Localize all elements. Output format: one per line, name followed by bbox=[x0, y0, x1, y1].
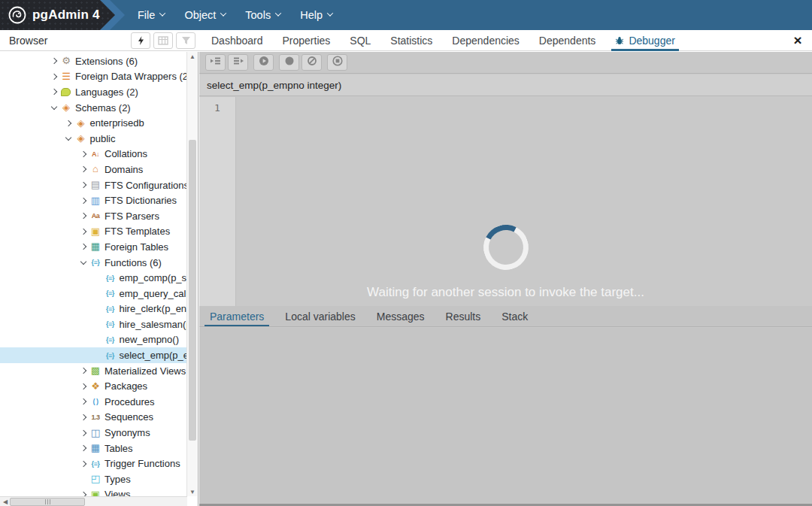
tab-messages[interactable]: Messages bbox=[366, 306, 435, 326]
chevron-down-icon bbox=[220, 10, 226, 16]
schemas-icon: ◈ bbox=[59, 102, 73, 113]
expander-closed-icon[interactable] bbox=[77, 415, 89, 420]
tree-item-fts-parsers[interactable]: AaFTS Parsers bbox=[0, 208, 187, 224]
tab-parameters[interactable]: Parameters bbox=[199, 306, 274, 326]
tab-label: Statistics bbox=[390, 35, 432, 47]
scroll-down-icon[interactable]: ▼ bbox=[187, 487, 198, 496]
tree-item-new-empno[interactable]: {≡}new_empno() bbox=[0, 332, 187, 348]
expander-closed-icon[interactable] bbox=[77, 431, 89, 435]
vertical-scroll-thumb[interactable] bbox=[189, 140, 196, 441]
expander-closed-icon[interactable] bbox=[48, 89, 59, 94]
tree-item-hire-clerk-p-enar[interactable]: {≡}hire_clerk(p_enar bbox=[0, 301, 187, 317]
step-into-button[interactable] bbox=[205, 54, 226, 71]
menu-label: Help bbox=[300, 9, 323, 21]
browser-toolbar bbox=[131, 32, 195, 49]
tree-item-synonyms[interactable]: ◫Synonyms bbox=[0, 425, 187, 441]
tab-stack[interactable]: Stack bbox=[491, 306, 538, 326]
expander-closed-icon[interactable] bbox=[48, 74, 59, 79]
tab-results[interactable]: Results bbox=[435, 306, 492, 326]
tree-item-hire-salesman-p[interactable]: {≡}hire_salesman(p_ bbox=[0, 317, 187, 332]
tab-local-variables[interactable]: Local variables bbox=[274, 306, 365, 326]
tree-item-schemas-2[interactable]: ◈Schemas (2) bbox=[0, 100, 187, 116]
scroll-left-icon[interactable]: ◀ bbox=[1, 498, 10, 506]
functions-icon: {≡} bbox=[89, 257, 102, 268]
expander-closed-icon[interactable] bbox=[77, 183, 89, 187]
tree-item-sequences[interactable]: 1.3Sequences bbox=[0, 410, 187, 426]
tree-item-procedures[interactable]: ( )Procedures bbox=[0, 394, 187, 410]
tree-item-trigger-functions[interactable]: {≡}Trigger Functions bbox=[0, 456, 187, 471]
tab-sql[interactable]: SQL bbox=[340, 30, 380, 51]
expander-closed-icon[interactable] bbox=[77, 399, 89, 404]
expander-open-icon[interactable] bbox=[77, 262, 89, 264]
tree-item-views[interactable]: ▣Views bbox=[0, 487, 187, 496]
expander-closed-icon[interactable] bbox=[77, 198, 89, 203]
view-data-button[interactable] bbox=[153, 32, 173, 49]
menu-tools[interactable]: Tools bbox=[235, 0, 290, 30]
tree-item-extensions-6[interactable]: ⚙Extensions (6) bbox=[0, 53, 187, 69]
tree-item-packages[interactable]: ❖Packages bbox=[0, 378, 187, 394]
step-over-button[interactable] bbox=[228, 54, 248, 71]
tree-item-label: emp_comp(p_sa bbox=[120, 272, 188, 283]
tree-item-fts-configurations[interactable]: ▤FTS Configurations bbox=[0, 177, 187, 193]
horizontal-scroll-thumb[interactable] bbox=[10, 498, 85, 506]
tab-label: Dependents bbox=[539, 35, 596, 47]
menu-object[interactable]: Object bbox=[174, 0, 235, 30]
tree-item-collations[interactable]: A↓Collations bbox=[0, 147, 187, 162]
tree-vertical-scrollbar[interactable]: ▲ ▼ bbox=[186, 52, 197, 496]
sequence-icon: 1.3 bbox=[89, 412, 102, 423]
tree-item-domains[interactable]: ⌂Domains bbox=[0, 162, 187, 177]
expander-open-icon[interactable] bbox=[48, 107, 59, 109]
expander-closed-icon[interactable] bbox=[77, 384, 89, 389]
expander-closed-icon[interactable] bbox=[77, 167, 89, 171]
expander-closed-icon[interactable] bbox=[77, 446, 89, 450]
continue-button[interactable] bbox=[253, 54, 274, 71]
expander-closed-icon[interactable] bbox=[77, 368, 89, 373]
expander-closed-icon[interactable] bbox=[77, 152, 89, 156]
tree-item-emp-comp-p-sa[interactable]: {≡}emp_comp(p_sa bbox=[0, 270, 187, 286]
tree-item-select-emp-p-en[interactable]: {≡}select_emp(p_en bbox=[0, 347, 187, 363]
expander-closed-icon[interactable] bbox=[77, 214, 89, 218]
tree-item-tables[interactable]: ▦Tables bbox=[0, 441, 187, 456]
tree-item-languages-2[interactable]: Languages (2) bbox=[0, 84, 187, 100]
expander-closed-icon[interactable] bbox=[63, 121, 74, 126]
tab-dependencies[interactable]: Dependencies bbox=[442, 30, 529, 51]
tab-statistics[interactable]: Statistics bbox=[380, 30, 442, 51]
query-tool-button[interactable] bbox=[131, 32, 150, 49]
tree-item-label: Procedures bbox=[105, 396, 154, 408]
tab-dependents[interactable]: Dependents bbox=[529, 30, 606, 51]
tab-dashboard[interactable]: Dashboard bbox=[201, 30, 273, 51]
tree-item-fts-dictionaries[interactable]: ▥FTS Dictionaries bbox=[0, 192, 187, 208]
tree-horizontal-scrollbar[interactable]: ◀ bbox=[0, 496, 187, 506]
expander-open-icon[interactable] bbox=[63, 138, 74, 140]
filter-button[interactable] bbox=[176, 32, 195, 49]
close-icon[interactable]: × bbox=[789, 30, 806, 51]
tree-item-foreign-tables[interactable]: ▦Foreign Tables bbox=[0, 239, 187, 255]
expander-closed-icon[interactable] bbox=[77, 244, 89, 249]
materialized-view-icon: ▩ bbox=[89, 365, 102, 376]
clear-breakpoints-button[interactable] bbox=[301, 54, 322, 71]
tree-item-enterprisedb[interactable]: ◈enterprisedb bbox=[0, 115, 187, 131]
expander-closed-icon[interactable] bbox=[77, 229, 89, 234]
tree-item-emp-query-calle[interactable]: {≡}emp_query_calle bbox=[0, 286, 187, 301]
tree-item-materialized-views[interactable]: ▩Materialized Views bbox=[0, 363, 187, 379]
scroll-up-icon[interactable]: ▲ bbox=[187, 52, 198, 61]
fts-parser-icon: Aa bbox=[89, 211, 102, 221]
menu-help[interactable]: Help bbox=[290, 0, 342, 30]
tree-item-foreign-data-wrappers-2[interactable]: ☰Foreign Data Wrappers (2) bbox=[0, 69, 187, 85]
stop-button[interactable] bbox=[327, 54, 347, 71]
tab-debugger[interactable]: Debugger bbox=[605, 30, 685, 51]
tree-item-functions-6[interactable]: {≡}Functions (6) bbox=[0, 255, 187, 271]
tab-properties[interactable]: Properties bbox=[273, 30, 341, 51]
toggle-breakpoint-button[interactable] bbox=[279, 54, 299, 71]
tree-item-types[interactable]: ◰Types bbox=[0, 471, 187, 487]
tree-item-fts-templates[interactable]: ▣FTS Templates bbox=[0, 224, 187, 240]
tree-item-label: hire_clerk(p_enar bbox=[120, 303, 188, 314]
expander-closed-icon[interactable] bbox=[77, 462, 89, 466]
language-icon bbox=[61, 88, 71, 96]
tree-item-public[interactable]: ◈public bbox=[0, 131, 187, 147]
package-icon: ❖ bbox=[89, 381, 102, 392]
menu-label: Tools bbox=[245, 9, 271, 21]
tab-label: Messages bbox=[377, 311, 425, 323]
expander-closed-icon[interactable] bbox=[48, 59, 59, 63]
menu-file[interactable]: File bbox=[128, 0, 174, 30]
